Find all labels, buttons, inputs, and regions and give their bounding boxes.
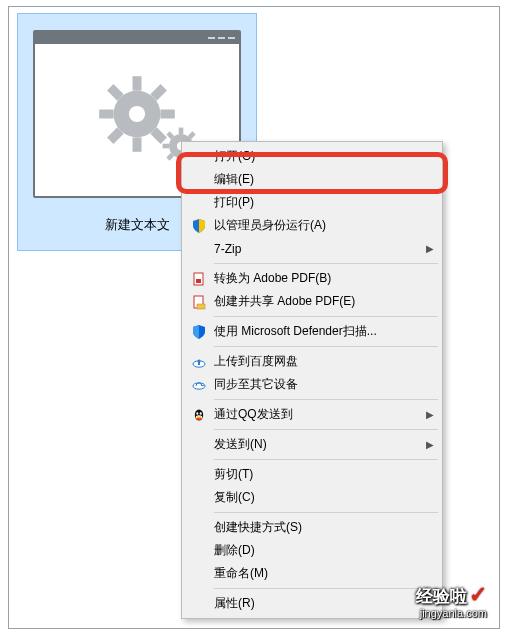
menu-baidu-sync[interactable]: 同步至其它设备 bbox=[184, 373, 440, 396]
menu-create-share-pdf[interactable]: 创建并共享 Adobe PDF(E) bbox=[184, 290, 440, 313]
svg-rect-13 bbox=[163, 144, 169, 149]
pdf-share-icon bbox=[188, 294, 210, 310]
desktop-area: 新建文本文 打开(O) 编辑(E) 打印(P) 以管理员身份运行(A) 7-Zi… bbox=[8, 6, 500, 629]
menu-properties[interactable]: 属性(R) bbox=[184, 592, 440, 615]
menu-convert-pdf[interactable]: 转换为 Adobe PDF(B) bbox=[184, 267, 440, 290]
cloud-sync-icon bbox=[188, 377, 210, 393]
menu-label: 上传到百度网盘 bbox=[210, 353, 434, 370]
menu-label: 通过QQ发送到 bbox=[210, 406, 424, 423]
menu-delete[interactable]: 删除(D) bbox=[184, 539, 440, 562]
menu-separator bbox=[214, 459, 438, 460]
watermark-title: 经验啦 bbox=[416, 587, 467, 606]
svg-point-9 bbox=[129, 106, 145, 122]
menu-label: 编辑(E) bbox=[210, 171, 434, 188]
menu-edit[interactable]: 编辑(E) bbox=[184, 168, 440, 191]
menu-separator bbox=[214, 263, 438, 264]
menu-label: 发送到(N) bbox=[210, 436, 424, 453]
menu-copy[interactable]: 复制(C) bbox=[184, 486, 440, 509]
menu-defender-scan[interactable]: 使用 Microsoft Defender扫描... bbox=[184, 320, 440, 343]
menu-label: 以管理员身份运行(A) bbox=[210, 217, 434, 234]
menu-open[interactable]: 打开(O) bbox=[184, 145, 440, 168]
menu-qq-send[interactable]: 通过QQ发送到 ▶ bbox=[184, 403, 440, 426]
menu-label: 创建快捷方式(S) bbox=[210, 519, 434, 536]
menu-separator bbox=[214, 316, 438, 317]
svg-rect-3 bbox=[99, 110, 113, 119]
menu-label: 剪切(T) bbox=[210, 466, 434, 483]
menu-cut[interactable]: 剪切(T) bbox=[184, 463, 440, 486]
menu-run-as-admin[interactable]: 以管理员身份运行(A) bbox=[184, 214, 440, 237]
cloud-upload-icon bbox=[188, 354, 210, 370]
pdf-icon bbox=[188, 271, 210, 287]
svg-rect-2 bbox=[133, 137, 142, 151]
menu-label: 打印(P) bbox=[210, 194, 434, 211]
menu-label: 属性(R) bbox=[210, 595, 434, 612]
menu-separator bbox=[214, 346, 438, 347]
submenu-arrow-icon: ▶ bbox=[424, 243, 434, 254]
menu-separator bbox=[214, 399, 438, 400]
submenu-arrow-icon: ▶ bbox=[424, 439, 434, 450]
menu-7zip[interactable]: 7-Zip ▶ bbox=[184, 237, 440, 260]
defender-icon bbox=[188, 324, 210, 340]
watermark-url: jingyanla.com bbox=[416, 607, 487, 620]
menu-send-to[interactable]: 发送到(N) ▶ bbox=[184, 433, 440, 456]
menu-separator bbox=[214, 512, 438, 513]
svg-rect-1 bbox=[133, 76, 142, 90]
menu-label: 复制(C) bbox=[210, 489, 434, 506]
menu-rename[interactable]: 重命名(M) bbox=[184, 562, 440, 585]
menu-label: 转换为 Adobe PDF(B) bbox=[210, 270, 434, 287]
menu-label: 创建并共享 Adobe PDF(E) bbox=[210, 293, 434, 310]
svg-rect-29 bbox=[196, 418, 202, 420]
svg-point-24 bbox=[193, 382, 205, 388]
menu-label: 同步至其它设备 bbox=[210, 376, 434, 393]
watermark: 经验啦✓ jingyanla.com bbox=[416, 582, 487, 620]
menu-label: 删除(D) bbox=[210, 542, 434, 559]
submenu-arrow-icon: ▶ bbox=[424, 409, 434, 420]
svg-rect-21 bbox=[196, 279, 201, 283]
menu-separator bbox=[214, 588, 438, 589]
svg-rect-4 bbox=[160, 110, 174, 119]
svg-rect-11 bbox=[179, 128, 184, 134]
context-menu: 打开(O) 编辑(E) 打印(P) 以管理员身份运行(A) 7-Zip ▶ 转换 bbox=[181, 141, 443, 619]
qq-icon bbox=[188, 407, 210, 423]
menu-baidu-upload[interactable]: 上传到百度网盘 bbox=[184, 350, 440, 373]
menu-print[interactable]: 打印(P) bbox=[184, 191, 440, 214]
menu-label: 7-Zip bbox=[210, 242, 424, 256]
file-name-label: 新建文本文 bbox=[105, 216, 170, 234]
menu-label: 打开(O) bbox=[210, 148, 434, 165]
svg-point-28 bbox=[200, 412, 202, 415]
menu-label: 重命名(M) bbox=[210, 565, 434, 582]
shield-icon bbox=[188, 218, 210, 234]
check-icon: ✓ bbox=[469, 582, 487, 607]
menu-create-shortcut[interactable]: 创建快捷方式(S) bbox=[184, 516, 440, 539]
menu-label: 使用 Microsoft Defender扫描... bbox=[210, 323, 434, 340]
svg-point-27 bbox=[196, 412, 198, 415]
menu-separator bbox=[214, 429, 438, 430]
